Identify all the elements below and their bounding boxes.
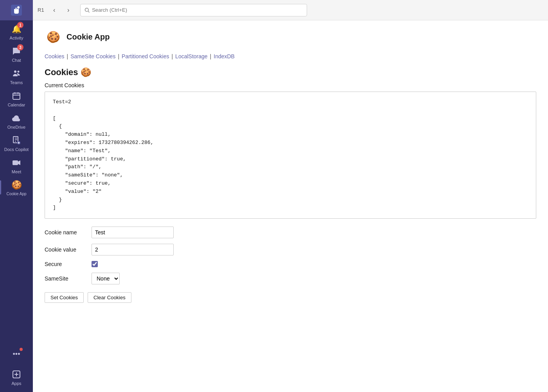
page-title: Cookies 🍪 [45,67,536,77]
sidebar-item-apps[interactable]: Apps [0,366,33,388]
sidebar-item-label: Cookie App [6,192,26,196]
sidebar-item-label: Chat [12,58,21,63]
set-cookies-button[interactable]: Set Cookies [45,292,84,303]
calendar-icon [11,90,22,101]
nav-link-localstorage[interactable]: LocalStorage [175,53,208,59]
nav-link-samesite-cookies[interactable]: SameSite Cookies [70,53,115,59]
topbar: R1 ‹ › [33,0,548,20]
cookie-name-label: Cookie name [45,229,88,236]
main-content: 🍪 Cookie App Cookies | SameSite Cookies … [33,20,548,392]
secure-label: Secure [45,261,88,267]
button-row: Set Cookies Clear Cookies [45,292,536,303]
ellipsis-icon: ••• [11,349,22,360]
sidebar-item-chat[interactable]: 3 Chat [0,43,33,65]
sidebar-item-onedrive[interactable]: OneDrive [0,110,33,132]
cookie-value-label: Cookie value [45,246,88,253]
svg-rect-4 [13,93,20,99]
search-input[interactable] [92,7,302,13]
plus-icon [11,369,22,380]
cookie-name-input[interactable] [92,227,174,238]
samesite-label: SameSite [45,275,88,282]
sidebar-item-label: Activity [10,36,23,40]
cookie-display: Test=2 [ { "domain": null, "expires": 17… [45,92,536,219]
video-icon [11,157,22,168]
back-button[interactable]: ‹ [49,5,60,16]
sidebar-item-label: Teams [10,80,23,85]
cookie-app-icon: 🍪 [45,28,62,45]
search-icon [84,7,90,13]
cookie-icon: 🍪 [11,180,22,191]
svg-point-9 [85,8,88,11]
samesite-select[interactable]: None Lax Strict [92,273,120,284]
activity-icon: 🔔 1 [11,23,22,34]
sidebar-item-activity[interactable]: 🔔 1 Activity [0,20,33,43]
cookie-value-input[interactable] [92,244,174,255]
nav-link-cookies[interactable]: Cookies [45,53,65,59]
sidebar-item-docs-copilot[interactable]: Docs Copilot [0,132,33,154]
samesite-row: SameSite None Lax Strict [45,273,536,284]
nav-links: Cookies | SameSite Cookies | Partitioned… [45,53,536,59]
breadcrumb: R1 [38,7,44,13]
app-header: 🍪 Cookie App [45,28,536,45]
svg-point-2 [14,70,16,73]
teams-logo[interactable] [0,0,33,20]
svg-rect-7 [13,160,18,165]
sidebar-item-label: Calendar [8,102,25,107]
forward-button[interactable]: › [63,5,74,16]
cookie-name-row: Cookie name [45,227,536,238]
sidebar-item-label: OneDrive [7,125,25,129]
nav-link-indexdb[interactable]: IndexDB [214,53,235,59]
sidebar-item-label: Apps [11,381,21,386]
secure-row: Secure [45,261,536,267]
sidebar-item-more[interactable]: ••• [0,345,33,362]
search-bar[interactable] [80,4,307,16]
teams-icon [11,68,22,79]
sidebar-item-cookie-app[interactable]: 🍪 Cookie App [0,176,33,198]
sidebar-item-label: Docs Copilot [4,147,29,152]
clear-cookies-button[interactable]: Clear Cookies [88,292,131,303]
chat-icon: 3 [11,46,22,57]
sidebar-item-calendar[interactable]: Calendar [0,87,33,110]
sidebar-item-teams[interactable]: Teams [0,65,33,87]
section-label: Current Cookies [45,82,536,88]
svg-point-1 [17,6,20,9]
secure-checkbox[interactable] [92,261,98,267]
cloud-icon [11,113,22,124]
nav-link-partitioned-cookies[interactable]: Partitioned Cookies [122,53,169,59]
app-title: Cookie App [66,32,110,41]
sidebar: 🔔 1 Activity 3 Chat Teams [0,0,33,392]
cookie-value-row: Cookie value [45,244,536,255]
docs-icon [11,135,22,146]
svg-point-3 [18,71,20,73]
sidebar-item-meet[interactable]: Meet [0,154,33,176]
sidebar-item-label: Meet [12,169,21,174]
